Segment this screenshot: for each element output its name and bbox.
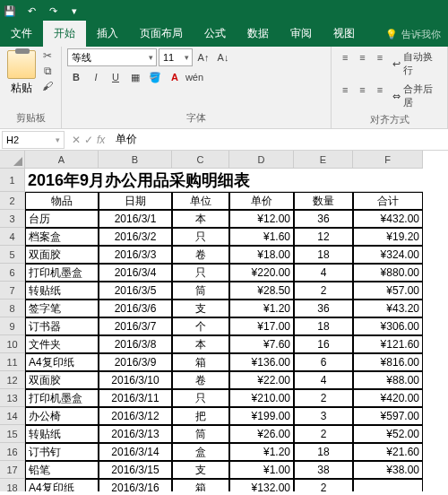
- cell[interactable]: ¥18.00: [229, 246, 294, 264]
- cell[interactable]: 办公椅: [25, 407, 99, 425]
- border-button[interactable]: ▦: [126, 68, 144, 86]
- cell[interactable]: 36: [294, 210, 353, 228]
- cell[interactable]: 卷: [172, 371, 229, 389]
- cell[interactable]: ¥306.00: [353, 317, 423, 335]
- redo-icon[interactable]: ↷: [47, 4, 59, 17]
- copy-icon[interactable]: ⧉: [39, 64, 56, 78]
- row-header[interactable]: 17: [0, 461, 25, 479]
- row-header[interactable]: 11: [0, 353, 25, 371]
- decrease-font-icon[interactable]: A↓: [214, 48, 232, 66]
- paste-button[interactable]: 粘贴: [5, 48, 38, 98]
- cell[interactable]: 转贴纸: [25, 282, 99, 300]
- cell[interactable]: 2016/3/12: [99, 407, 172, 425]
- cell[interactable]: ¥132.00: [229, 479, 294, 491]
- cell[interactable]: 2016/3/13: [99, 425, 172, 443]
- cell[interactable]: 合计: [353, 192, 423, 210]
- cell[interactable]: 把: [172, 407, 229, 425]
- cell[interactable]: 单位: [172, 192, 229, 210]
- cell[interactable]: 4: [294, 371, 353, 389]
- cell[interactable]: 筒: [172, 425, 229, 443]
- cell[interactable]: ¥199.00: [229, 407, 294, 425]
- cell[interactable]: ¥19.20: [353, 228, 423, 246]
- cell[interactable]: 支: [172, 300, 229, 317]
- cell[interactable]: 2016/3/10: [99, 371, 172, 389]
- formula-input[interactable]: 单价: [110, 131, 448, 149]
- cell[interactable]: 16: [294, 335, 353, 353]
- cell[interactable]: ¥210.00: [229, 389, 294, 407]
- cell[interactable]: 本: [172, 210, 229, 228]
- row-header[interactable]: 1: [0, 169, 25, 192]
- cell[interactable]: ¥880.00: [353, 264, 423, 282]
- cell[interactable]: ¥12.00: [229, 210, 294, 228]
- column-header[interactable]: E: [294, 151, 353, 169]
- font-name-select[interactable]: 等线: [67, 48, 157, 66]
- cell[interactable]: ¥88.00: [353, 371, 423, 389]
- tab-insert[interactable]: 插入: [86, 21, 129, 47]
- enter-icon[interactable]: ✓: [84, 134, 93, 146]
- row-header[interactable]: 14: [0, 407, 25, 425]
- font-color-button[interactable]: A: [166, 68, 184, 86]
- cell[interactable]: 双面胶: [25, 246, 99, 264]
- cell[interactable]: 订书器: [25, 317, 99, 335]
- cell[interactable]: ¥57.00: [353, 282, 423, 300]
- cell[interactable]: 筒: [172, 282, 229, 300]
- row-header[interactable]: 8: [0, 300, 25, 317]
- cell[interactable]: 订书钉: [25, 443, 99, 461]
- row-header[interactable]: 6: [0, 264, 25, 282]
- cell[interactable]: 日期: [99, 192, 172, 210]
- row-header[interactable]: 7: [0, 282, 25, 300]
- tab-formula[interactable]: 公式: [194, 21, 237, 47]
- phonetic-button[interactable]: wén: [185, 68, 203, 86]
- column-header[interactable]: D: [229, 151, 294, 169]
- cell[interactable]: 箱: [172, 479, 229, 491]
- increase-font-icon[interactable]: A↑: [194, 48, 212, 66]
- cut-icon[interactable]: ✂: [39, 48, 56, 63]
- cell[interactable]: 物品: [25, 192, 99, 210]
- cell[interactable]: 4: [294, 264, 353, 282]
- wrap-text-button[interactable]: ↩自动换行: [389, 48, 442, 79]
- qat-dropdown-icon[interactable]: ▾: [68, 4, 81, 17]
- cell[interactable]: 6: [294, 353, 353, 371]
- cell[interactable]: ¥28.50: [229, 282, 294, 300]
- cell[interactable]: 数量: [294, 192, 353, 210]
- cell[interactable]: 台历: [25, 210, 99, 228]
- tab-home[interactable]: 开始: [43, 21, 86, 47]
- italic-button[interactable]: I: [87, 68, 105, 86]
- cell[interactable]: 只: [172, 228, 229, 246]
- cell[interactable]: 2: [294, 282, 353, 300]
- cell[interactable]: 铅笔: [25, 461, 99, 479]
- cell[interactable]: 18: [294, 246, 353, 264]
- row-header[interactable]: 2: [0, 192, 25, 210]
- row-header[interactable]: 5: [0, 246, 25, 264]
- cell[interactable]: ¥38.00: [353, 461, 423, 479]
- tab-file[interactable]: 文件: [0, 21, 43, 47]
- column-header[interactable]: B: [99, 151, 172, 169]
- cell[interactable]: 文件夹: [25, 335, 99, 353]
- tab-layout[interactable]: 页面布局: [129, 21, 194, 47]
- cell[interactable]: 2016/3/5: [99, 282, 172, 300]
- cell[interactable]: 18: [294, 317, 353, 335]
- cell[interactable]: 盒: [172, 443, 229, 461]
- cell[interactable]: 2: [294, 425, 353, 443]
- cell[interactable]: 单价: [229, 192, 294, 210]
- cell[interactable]: 36: [294, 300, 353, 317]
- cell[interactable]: ¥136.00: [229, 353, 294, 371]
- cell[interactable]: ¥324.00: [353, 246, 423, 264]
- cell[interactable]: ¥816.00: [353, 353, 423, 371]
- format-painter-icon[interactable]: 🖌: [39, 79, 56, 93]
- cell[interactable]: 签字笔: [25, 300, 99, 317]
- name-box[interactable]: H2: [2, 131, 65, 149]
- cell[interactable]: ¥22.00: [229, 371, 294, 389]
- merge-center-button[interactable]: ⇔合并后居: [389, 81, 442, 111]
- undo-icon[interactable]: ↶: [25, 4, 38, 17]
- cell[interactable]: ¥7.60: [229, 335, 294, 353]
- cell[interactable]: 档案盒: [25, 228, 99, 246]
- cell[interactable]: 2016/3/1: [99, 210, 172, 228]
- tab-review[interactable]: 审阅: [280, 21, 323, 47]
- cell[interactable]: 2016/3/15: [99, 461, 172, 479]
- align-right-icon[interactable]: ≡: [372, 81, 388, 99]
- align-top-icon[interactable]: ≡: [337, 48, 353, 66]
- cell[interactable]: ¥1.20: [229, 443, 294, 461]
- cell[interactable]: ¥1.20: [229, 300, 294, 317]
- row-header[interactable]: 4: [0, 228, 25, 246]
